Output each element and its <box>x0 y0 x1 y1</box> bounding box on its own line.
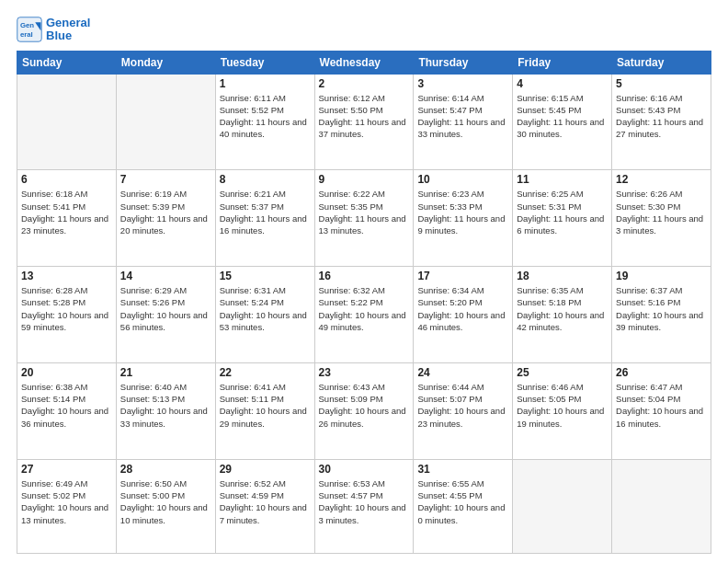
day-number: 28 <box>120 463 211 476</box>
day-number: 1 <box>220 77 311 90</box>
calendar-table: SundayMondayTuesdayWednesdayThursdayFrid… <box>17 51 711 554</box>
calendar-cell: 1Sunrise: 6:11 AMSunset: 5:52 PMDaylight… <box>215 74 314 170</box>
calendar-cell <box>116 74 215 170</box>
day-info: Sunrise: 6:49 AMSunset: 5:02 PMDaylight:… <box>21 477 112 526</box>
weekday-header: Sunday <box>17 51 117 74</box>
day-info: Sunrise: 6:40 AMSunset: 5:13 PMDaylight:… <box>120 381 211 430</box>
day-info: Sunrise: 6:38 AMSunset: 5:14 PMDaylight:… <box>21 381 112 430</box>
weekday-header: Tuesday <box>215 51 314 74</box>
calendar-cell: 29Sunrise: 6:52 AMSunset: 4:59 PMDayligh… <box>215 459 314 553</box>
day-number: 20 <box>21 366 112 379</box>
calendar-cell: 21Sunrise: 6:40 AMSunset: 5:13 PMDayligh… <box>116 362 215 459</box>
calendar-cell: 16Sunrise: 6:32 AMSunset: 5:22 PMDayligh… <box>314 267 414 363</box>
day-number: 24 <box>417 366 508 379</box>
calendar-cell: 30Sunrise: 6:53 AMSunset: 4:57 PMDayligh… <box>314 459 414 553</box>
day-number: 10 <box>417 173 508 186</box>
day-info: Sunrise: 6:44 AMSunset: 5:07 PMDaylight:… <box>417 381 508 430</box>
calendar-cell: 28Sunrise: 6:50 AMSunset: 5:00 PMDayligh… <box>116 459 215 553</box>
day-number: 31 <box>417 463 508 476</box>
day-info: Sunrise: 6:26 AMSunset: 5:30 PMDaylight:… <box>616 188 707 236</box>
calendar-cell: 4Sunrise: 6:15 AMSunset: 5:45 PMDaylight… <box>513 74 612 170</box>
day-info: Sunrise: 6:18 AMSunset: 5:41 PMDaylight:… <box>21 188 112 236</box>
day-number: 18 <box>517 270 608 282</box>
day-info: Sunrise: 6:55 AMSunset: 4:55 PMDaylight:… <box>417 477 508 526</box>
day-info: Sunrise: 6:32 AMSunset: 5:22 PMDaylight:… <box>319 284 410 333</box>
calendar-cell: 8Sunrise: 6:21 AMSunset: 5:37 PMDaylight… <box>215 170 314 267</box>
day-number: 26 <box>616 366 707 379</box>
day-number: 13 <box>21 270 112 282</box>
page: Gen eral General Blue SundayMondayTuesda… <box>0 0 728 563</box>
day-number: 2 <box>319 77 410 90</box>
day-number: 8 <box>220 173 311 186</box>
weekday-header: Friday <box>513 51 612 74</box>
day-number: 12 <box>616 173 707 186</box>
weekday-header: Thursday <box>414 51 513 74</box>
calendar-cell: 13Sunrise: 6:28 AMSunset: 5:28 PMDayligh… <box>17 267 117 363</box>
calendar-cell: 9Sunrise: 6:22 AMSunset: 5:35 PMDaylight… <box>314 170 414 267</box>
day-info: Sunrise: 6:34 AMSunset: 5:20 PMDaylight:… <box>417 284 508 333</box>
logo: Gen eral General Blue <box>17 17 90 43</box>
calendar-cell: 7Sunrise: 6:19 AMSunset: 5:39 PMDaylight… <box>116 170 215 267</box>
day-number: 27 <box>21 463 112 476</box>
day-number: 30 <box>319 463 410 476</box>
svg-text:eral: eral <box>20 30 33 39</box>
day-info: Sunrise: 6:23 AMSunset: 5:33 PMDaylight:… <box>417 188 508 236</box>
calendar-cell: 11Sunrise: 6:25 AMSunset: 5:31 PMDayligh… <box>513 170 612 267</box>
calendar-cell: 31Sunrise: 6:55 AMSunset: 4:55 PMDayligh… <box>414 459 513 553</box>
day-number: 14 <box>120 270 211 282</box>
calendar-cell: 25Sunrise: 6:46 AMSunset: 5:05 PMDayligh… <box>513 362 612 459</box>
weekday-header: Saturday <box>612 51 711 74</box>
day-info: Sunrise: 6:11 AMSunset: 5:52 PMDaylight:… <box>220 92 311 141</box>
day-info: Sunrise: 6:35 AMSunset: 5:18 PMDaylight:… <box>517 284 608 333</box>
day-number: 3 <box>417 77 508 90</box>
day-info: Sunrise: 6:52 AMSunset: 4:59 PMDaylight:… <box>220 477 311 526</box>
day-info: Sunrise: 6:47 AMSunset: 5:04 PMDaylight:… <box>616 381 707 430</box>
calendar-cell <box>612 459 711 553</box>
day-info: Sunrise: 6:50 AMSunset: 5:00 PMDaylight:… <box>120 477 211 526</box>
day-info: Sunrise: 6:15 AMSunset: 5:45 PMDaylight:… <box>517 92 608 141</box>
calendar-cell: 6Sunrise: 6:18 AMSunset: 5:41 PMDaylight… <box>17 170 117 267</box>
calendar-cell: 17Sunrise: 6:34 AMSunset: 5:20 PMDayligh… <box>414 267 513 363</box>
day-number: 6 <box>21 173 112 186</box>
day-info: Sunrise: 6:22 AMSunset: 5:35 PMDaylight:… <box>319 188 410 236</box>
calendar-cell: 12Sunrise: 6:26 AMSunset: 5:30 PMDayligh… <box>612 170 711 267</box>
day-number: 25 <box>517 366 608 379</box>
day-number: 22 <box>220 366 311 379</box>
day-info: Sunrise: 6:29 AMSunset: 5:26 PMDaylight:… <box>120 284 211 333</box>
logo-text: General Blue <box>46 17 90 43</box>
day-info: Sunrise: 6:25 AMSunset: 5:31 PMDaylight:… <box>517 188 608 236</box>
logo-icon: Gen eral <box>17 17 42 42</box>
day-info: Sunrise: 6:31 AMSunset: 5:24 PMDaylight:… <box>220 284 311 333</box>
day-info: Sunrise: 6:21 AMSunset: 5:37 PMDaylight:… <box>220 188 311 236</box>
day-number: 9 <box>319 173 410 186</box>
day-info: Sunrise: 6:16 AMSunset: 5:43 PMDaylight:… <box>616 92 707 141</box>
day-info: Sunrise: 6:12 AMSunset: 5:50 PMDaylight:… <box>319 92 410 141</box>
calendar-cell: 14Sunrise: 6:29 AMSunset: 5:26 PMDayligh… <box>116 267 215 363</box>
calendar-cell: 18Sunrise: 6:35 AMSunset: 5:18 PMDayligh… <box>513 267 612 363</box>
day-number: 19 <box>616 270 707 282</box>
calendar-cell: 22Sunrise: 6:41 AMSunset: 5:11 PMDayligh… <box>215 362 314 459</box>
day-number: 29 <box>220 463 311 476</box>
calendar-cell: 10Sunrise: 6:23 AMSunset: 5:33 PMDayligh… <box>414 170 513 267</box>
day-info: Sunrise: 6:37 AMSunset: 5:16 PMDaylight:… <box>616 284 707 333</box>
calendar-cell: 5Sunrise: 6:16 AMSunset: 5:43 PMDaylight… <box>612 74 711 170</box>
day-number: 21 <box>120 366 211 379</box>
logo-blue: Blue <box>46 29 72 42</box>
day-number: 11 <box>517 173 608 186</box>
calendar-cell <box>17 74 117 170</box>
weekday-header: Wednesday <box>314 51 414 74</box>
calendar-week-row: 6Sunrise: 6:18 AMSunset: 5:41 PMDaylight… <box>17 170 711 267</box>
day-number: 16 <box>319 270 410 282</box>
calendar-cell: 26Sunrise: 6:47 AMSunset: 5:04 PMDayligh… <box>612 362 711 459</box>
day-info: Sunrise: 6:28 AMSunset: 5:28 PMDaylight:… <box>21 284 112 333</box>
calendar-cell <box>513 459 612 553</box>
logo-general: General <box>46 16 90 29</box>
calendar-week-row: 13Sunrise: 6:28 AMSunset: 5:28 PMDayligh… <box>17 267 711 363</box>
calendar-week-row: 27Sunrise: 6:49 AMSunset: 5:02 PMDayligh… <box>17 459 711 553</box>
day-number: 17 <box>417 270 508 282</box>
calendar-week-row: 1Sunrise: 6:11 AMSunset: 5:52 PMDaylight… <box>17 74 711 170</box>
day-info: Sunrise: 6:41 AMSunset: 5:11 PMDaylight:… <box>220 381 311 430</box>
calendar-cell: 27Sunrise: 6:49 AMSunset: 5:02 PMDayligh… <box>17 459 117 553</box>
day-number: 7 <box>120 173 211 186</box>
calendar-cell: 2Sunrise: 6:12 AMSunset: 5:50 PMDaylight… <box>314 74 414 170</box>
